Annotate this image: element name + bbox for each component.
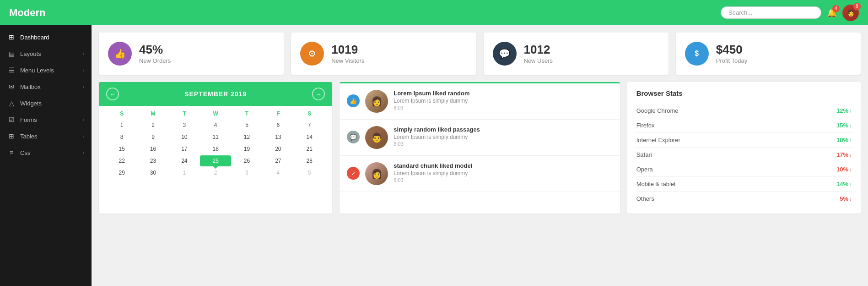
chevron-icon: › <box>83 51 84 56</box>
users-label: New Users <box>524 57 553 64</box>
profit-number: $450 <box>716 44 747 55</box>
browser-stat-row: Google Chrome 12%↑ <box>636 104 852 118</box>
calendar-day[interactable]: 12 <box>231 132 262 143</box>
calendar-day[interactable]: 23 <box>137 155 168 166</box>
sidebar-item-tables[interactable]: ⊞ Tables › <box>0 128 92 144</box>
calendar-day[interactable]: 30 <box>137 167 168 178</box>
stat-info-visitors: 1019 New Visitors <box>331 44 364 64</box>
calendar-day[interactable]: 19 <box>231 143 262 154</box>
sidebar-item-css[interactable]: ≡ Css › <box>0 144 92 161</box>
calendar-day[interactable]: 17 <box>169 143 200 154</box>
stat-card-visitors: ⚙ 1019 New Visitors <box>291 33 476 75</box>
sidebar-item-label: Forms <box>20 116 37 123</box>
calendar-day[interactable]: 1 <box>169 167 200 178</box>
calendar-day[interactable]: 28 <box>294 155 325 166</box>
header: Modern Search... 🔔 4 🧑 9 <box>0 0 868 25</box>
calendar-day[interactable]: 9 <box>137 132 168 143</box>
browser-arrow-icon: ↓ <box>849 167 852 172</box>
notification-button[interactable]: 🔔 4 <box>827 8 837 18</box>
calendar-day[interactable]: 3 <box>169 120 200 131</box>
calendar-day[interactable]: 6 <box>263 120 294 131</box>
calendar-day[interactable]: 26 <box>231 155 262 166</box>
calendar-next-button[interactable]: → <box>312 88 325 100</box>
stat-card-orders: 👍 45% New Orders <box>99 33 284 75</box>
chevron-icon: › <box>83 117 84 122</box>
calendar-prev-button[interactable]: ← <box>106 88 119 100</box>
sidebar-item-dashboard[interactable]: ⊞ Dashboard <box>0 29 92 45</box>
browser-arrow-icon: ↑ <box>849 138 852 143</box>
orders-label: New Orders <box>139 57 171 64</box>
week-header-f: F <box>263 110 294 117</box>
calendar-day[interactable]: 27 <box>263 155 294 166</box>
stat-info-orders: 45% New Orders <box>139 44 171 64</box>
calendar-day[interactable]: 24 <box>169 155 200 166</box>
browser-name: Google Chrome <box>636 107 679 114</box>
activity-title: simply random liked passages <box>394 126 612 133</box>
calendar-day[interactable]: 10 <box>169 132 200 143</box>
calendar-grid: S M T W T F S 12345678910111213141516171… <box>99 106 332 185</box>
activity-desc: Lorem Ipsum is simply dummy <box>394 170 612 176</box>
sidebar: ⊞ Dashboard ▤ Layouts › ☰ Menu Levels › … <box>0 25 92 286</box>
menu-levels-icon: ☰ <box>7 66 16 74</box>
activity-text: Lorem Ipsum liked random Lorem Ipsum is … <box>394 90 612 110</box>
sidebar-item-widgets[interactable]: △ Widgets <box>0 95 92 111</box>
week-header-m: M <box>137 110 168 117</box>
activity-text: simply random liked passages Lorem Ipsum… <box>394 126 612 147</box>
activity-desc: Lorem Ipsum is simply dummy <box>394 98 612 104</box>
calendar-day[interactable]: 5 <box>231 120 262 131</box>
sidebar-item-layouts[interactable]: ▤ Layouts › <box>0 45 92 62</box>
calendar-day[interactable]: 11 <box>200 132 231 143</box>
calendar-day[interactable]: 4 <box>200 120 231 131</box>
activity-time: 8:03 <box>394 141 612 147</box>
calendar-day[interactable]: 3 <box>231 167 262 178</box>
browser-name: Internet Explorer <box>636 137 680 143</box>
visitors-icon: ⚙ <box>300 42 324 66</box>
search-input[interactable]: Search... <box>721 6 821 19</box>
bottom-row: ← SEPTEMBER 2019 → S M T W T F S 12 <box>99 82 861 214</box>
forms-icon: ☑ <box>7 116 16 123</box>
calendar-day[interactable]: 22 <box>106 155 137 166</box>
calendar-day[interactable]: 18 <box>200 143 231 154</box>
sidebar-item-label: Tables <box>20 133 38 140</box>
calendar-day[interactable]: 25 <box>200 155 231 166</box>
widgets-icon: △ <box>7 99 16 107</box>
chevron-icon: › <box>83 150 84 155</box>
activity-avatar: 👨 <box>365 126 388 149</box>
calendar-day[interactable]: 16 <box>137 143 168 154</box>
calendar-day[interactable]: 29 <box>106 167 137 178</box>
calendar-day[interactable]: 1 <box>106 120 137 131</box>
calendar-day[interactable]: 21 <box>294 143 325 154</box>
browser-pct: 12%↑ <box>836 107 852 114</box>
calendar-day[interactable]: 15 <box>106 143 137 154</box>
users-icon: 💬 <box>493 42 517 66</box>
week-header-t1: T <box>169 110 200 117</box>
week-header-w: W <box>200 110 231 117</box>
browser-pct: 5%↓ <box>840 195 852 202</box>
calendar-day[interactable]: 14 <box>294 132 325 143</box>
activity-list: 👍 👩 Lorem Ipsum liked random Lorem Ipsum… <box>340 83 620 192</box>
avatar-face: 🧑 <box>847 9 855 16</box>
activity-avatar: 👩 <box>365 162 388 185</box>
user-avatar-wrapper[interactable]: 🧑 9 <box>842 5 859 21</box>
notification-badge: 4 <box>832 5 840 12</box>
calendar-day[interactable]: 5 <box>294 167 325 178</box>
sidebar-item-mailbox[interactable]: ✉ Mailbox › <box>0 78 92 95</box>
calendar-title: SEPTEMBER 2019 <box>184 90 247 98</box>
sidebar-item-forms[interactable]: ☑ Forms › <box>0 111 92 128</box>
mailbox-icon: ✉ <box>7 83 16 90</box>
header-right: Search... 🔔 4 🧑 9 <box>721 5 859 21</box>
browser-name: Others <box>636 195 654 202</box>
calendar-day[interactable]: 2 <box>200 167 231 178</box>
sidebar-item-menu-levels[interactable]: ☰ Menu Levels › <box>0 62 92 78</box>
browser-arrow-icon: ↑ <box>849 109 852 114</box>
activity-item: ✓ 👩 standard chunk liked model Lorem Ips… <box>340 156 620 192</box>
browser-name: Safari <box>636 151 652 158</box>
calendar-day[interactable]: 7 <box>294 120 325 131</box>
activity-title: Lorem Ipsum liked random <box>394 90 612 97</box>
activity-time: 8:03 <box>394 105 612 110</box>
calendar-day[interactable]: 4 <box>263 167 294 178</box>
calendar-day[interactable]: 8 <box>106 132 137 143</box>
calendar-day[interactable]: 20 <box>263 143 294 154</box>
calendar-day[interactable]: 13 <box>263 132 294 143</box>
calendar-day[interactable]: 2 <box>137 120 168 131</box>
